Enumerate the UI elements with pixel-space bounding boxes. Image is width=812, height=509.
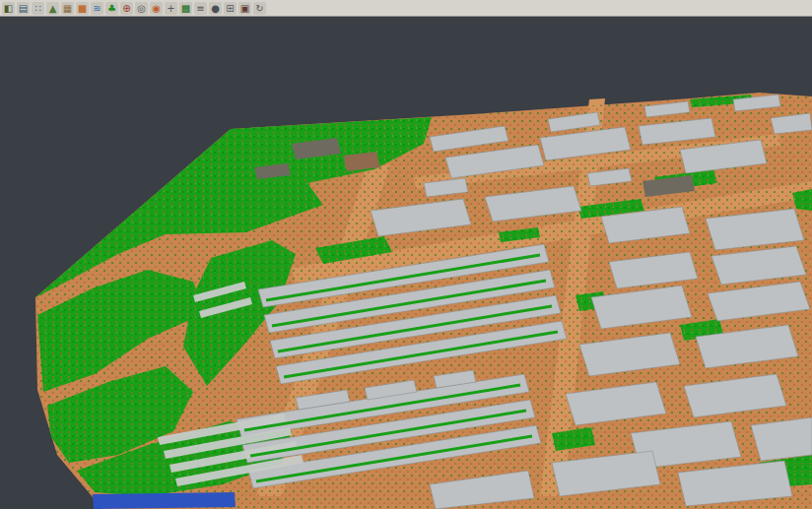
- measure-icon[interactable]: ⊕: [120, 2, 133, 15]
- rotate-icon[interactable]: ↻: [253, 2, 266, 15]
- open-project-icon[interactable]: ◧: [2, 2, 15, 15]
- save-icon[interactable]: ▤: [17, 2, 30, 15]
- pan-icon[interactable]: +: [165, 2, 177, 15]
- layers-icon[interactable]: ≡: [194, 2, 207, 15]
- application-window: ◧▤∷▲▦■≋♣⊕◎◉+▩≡●⊞▣↻: [0, 0, 812, 509]
- mesh-icon[interactable]: ▲: [46, 2, 59, 15]
- camera-icon[interactable]: ▣: [238, 2, 251, 15]
- zoom-icon[interactable]: ◎: [135, 2, 148, 15]
- grid-icon[interactable]: ⊞: [224, 2, 237, 15]
- point-cloud-icon[interactable]: ∷: [32, 2, 44, 15]
- classify-icon[interactable]: ▩: [179, 2, 192, 15]
- blue-structure: [93, 492, 236, 509]
- 3d-viewport[interactable]: [0, 17, 812, 509]
- toolbar: ◧▤∷▲▦■≋♣⊕◎◉+▩≡●⊞▣↻: [0, 0, 812, 17]
- ortho-icon[interactable]: ▦: [61, 2, 74, 15]
- water-icon[interactable]: ≋: [91, 2, 103, 15]
- dem-icon[interactable]: ■: [76, 2, 89, 15]
- classified-point-cloud-scene: [0, 17, 812, 509]
- building: [751, 417, 812, 461]
- target-icon[interactable]: ◉: [150, 2, 163, 15]
- vegetation-icon[interactable]: ♣: [105, 2, 118, 15]
- globe-icon[interactable]: ●: [209, 2, 222, 15]
